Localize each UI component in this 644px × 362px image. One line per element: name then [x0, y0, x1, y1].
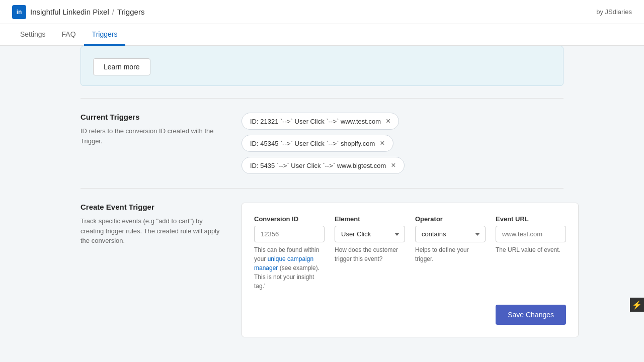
- create-trigger-label: Create Event Trigger Track specific even…: [80, 203, 221, 337]
- operator-label: Operator: [415, 215, 486, 223]
- trigger-tag-0-close[interactable]: ×: [386, 117, 390, 125]
- create-trigger-description: Track specific events (e.g "add to cart"…: [80, 216, 221, 246]
- trigger-tag-1-text: ID: 45345 `-->` User Click `-->` shopify…: [250, 140, 375, 147]
- trigger-tag-1-close[interactable]: ×: [380, 139, 384, 147]
- current-triggers-label: Current Triggers ID refers to the conver…: [80, 113, 221, 174]
- create-trigger-content: Conversion ID This can be found within y…: [242, 203, 579, 337]
- tab-faq[interactable]: FAQ: [54, 24, 84, 46]
- event-url-field: Event URL The URL value of event.: [496, 215, 566, 254]
- learn-more-button[interactable]: Learn more: [93, 58, 150, 75]
- element-label: Element: [335, 215, 405, 223]
- conversion-id-desc: This can be found within your unique cam…: [254, 245, 325, 291]
- conversion-id-label: Conversion ID: [254, 215, 325, 223]
- current-triggers-heading: Current Triggers: [80, 113, 221, 121]
- form-footer: Save Changes: [254, 305, 566, 325]
- current-triggers-section: Current Triggers ID refers to the conver…: [80, 99, 564, 188]
- trigger-tag-0-text: ID: 21321 `-->` User Click `-->` www.tes…: [250, 118, 381, 125]
- operator-select[interactable]: contains: [415, 226, 486, 242]
- tab-triggers[interactable]: Triggers: [84, 24, 126, 46]
- lightning-icon: ⚡: [630, 298, 644, 312]
- trigger-tag-2: ID: 5435 `-->` User Click `-->` www.bigt…: [242, 157, 405, 174]
- current-triggers-description: ID refers to the conversion ID created w…: [80, 126, 221, 146]
- nav-tabs: Settings FAQ Triggers: [0, 24, 644, 46]
- event-url-label: Event URL: [496, 215, 566, 223]
- breadcrumb: Insightful Linkedin Pixel / Triggers: [30, 8, 144, 16]
- form-fields: Conversion ID This can be found within y…: [254, 215, 566, 291]
- create-trigger-section: Create Event Trigger Track specific even…: [80, 189, 564, 351]
- current-triggers-content: ID: 21321 `-->` User Click `-->` www.tes…: [242, 113, 564, 174]
- tab-settings[interactable]: Settings: [12, 24, 54, 46]
- trigger-tags-list: ID: 21321 `-->` User Click `-->` www.tes…: [242, 113, 564, 174]
- create-form-card: Conversion ID This can be found within y…: [242, 203, 579, 337]
- event-url-input[interactable]: [496, 226, 566, 242]
- element-field: Element User Click How does the customer…: [335, 215, 405, 263]
- app-logo: in: [12, 5, 26, 19]
- breadcrumb-page-title: Triggers: [117, 8, 144, 16]
- trigger-tag-2-text: ID: 5435 `-->` User Click `-->` www.bigt…: [250, 162, 386, 169]
- trigger-tag-1: ID: 45345 `-->` User Click `-->` shopify…: [242, 135, 393, 152]
- author-label: by JSdiaries: [596, 8, 632, 16]
- breadcrumb-app-name: Insightful Linkedin Pixel: [30, 8, 109, 16]
- element-select[interactable]: User Click: [335, 226, 405, 242]
- info-card: Learn more: [80, 46, 564, 86]
- header-left: in Insightful Linkedin Pixel / Triggers: [12, 5, 144, 19]
- operator-field: Operator contains Helps to define your t…: [415, 215, 486, 263]
- event-url-desc: The URL value of event.: [496, 245, 566, 254]
- conversion-id-field: Conversion ID This can be found within y…: [254, 215, 325, 291]
- main-content: Learn more Current Triggers ID refers to…: [0, 46, 644, 361]
- breadcrumb-separator: /: [112, 8, 114, 16]
- conversion-id-input[interactable]: [254, 226, 325, 242]
- create-trigger-heading: Create Event Trigger: [80, 203, 221, 211]
- app-header: in Insightful Linkedin Pixel / Triggers …: [0, 0, 644, 24]
- element-desc: How does the customer trigger this event…: [335, 245, 405, 263]
- trigger-tag-2-close[interactable]: ×: [391, 161, 395, 169]
- operator-desc: Helps to define your trigger.: [415, 245, 486, 263]
- save-changes-button[interactable]: Save Changes: [496, 305, 566, 325]
- trigger-tag-0: ID: 21321 `-->` User Click `-->` www.tes…: [242, 113, 399, 130]
